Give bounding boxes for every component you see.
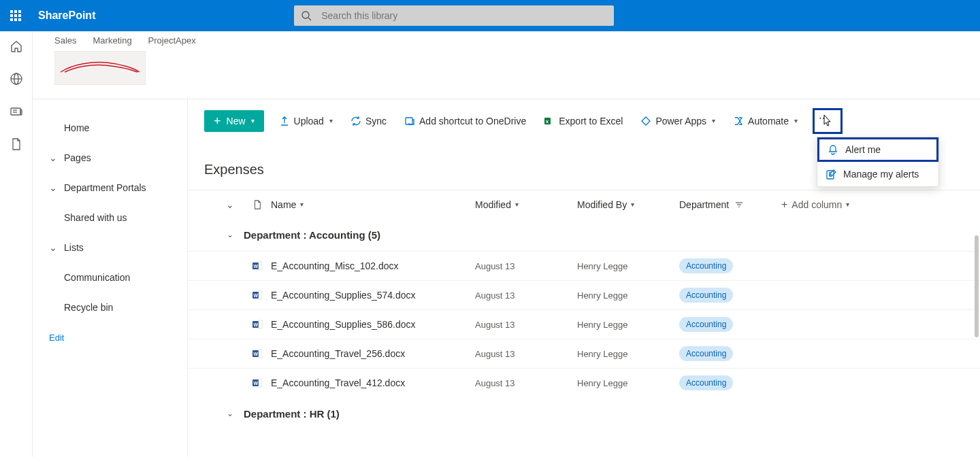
file-name-cell[interactable]: E_Accounting_Travel_256.docx — [271, 348, 475, 359]
manage-alerts-item[interactable]: Manage my alerts — [817, 162, 938, 186]
nav-communication[interactable]: Communication — [33, 263, 187, 292]
plus-icon: + — [214, 115, 221, 127]
hub-link-projectapex[interactable]: ProjectApex — [148, 35, 196, 46]
new-button[interactable]: + New ▾ — [204, 110, 264, 132]
upload-button[interactable]: Upload ▾ — [276, 110, 336, 132]
modifiedby-cell[interactable]: Henry Legge — [577, 261, 679, 271]
alert-me-label: Alert me — [845, 144, 881, 155]
file-row[interactable]: WE_Accounting_Travel_412.docxAugust 13He… — [188, 368, 980, 397]
name-column-header[interactable]: Name▾ — [271, 199, 475, 210]
modified-cell: August 13 — [475, 290, 577, 301]
hub-link-marketing[interactable]: Marketing — [93, 35, 132, 46]
sync-button[interactable]: Sync — [348, 110, 389, 132]
alert-me-item[interactable]: Alert me — [817, 137, 938, 162]
nav-dept-label: Department Portals — [64, 182, 146, 193]
add-column-button[interactable]: +Add column▾ — [781, 199, 849, 211]
nav-edit-link[interactable]: Edit — [33, 322, 187, 352]
automate-button[interactable]: Automate ▾ — [730, 110, 800, 132]
filter-icon — [734, 200, 744, 209]
chevron-down-icon: ▾ — [251, 117, 255, 124]
word-doc-icon: W — [252, 319, 263, 330]
modifiedby-cell[interactable]: Henry Legge — [577, 290, 679, 301]
suite-bar: SharePoint — [0, 0, 980, 31]
nav-recycle-label: Recycle bin — [64, 302, 113, 313]
search-icon — [301, 10, 312, 21]
modified-column-header[interactable]: Modified▾ — [475, 199, 577, 210]
nav-comm-label: Communication — [64, 272, 130, 283]
hub-link-sales[interactable]: Sales — [54, 35, 77, 46]
power-apps-button[interactable]: Power Apps ▾ — [638, 110, 718, 132]
file-row[interactable]: WE_Accounting_Supplies_586.docxAugust 13… — [188, 309, 980, 339]
word-doc-icon: W — [252, 377, 263, 388]
file-name-cell[interactable]: E_Accounting_Supplies_574.docx — [271, 290, 475, 301]
file-name-cell[interactable]: E_Accounting_Supplies_586.docx — [271, 319, 475, 330]
search-input[interactable] — [321, 10, 607, 21]
excel-icon: x — [544, 116, 555, 126]
export-label: Export to Excel — [559, 116, 623, 126]
nav-pages[interactable]: ⌄Pages — [33, 143, 187, 173]
svg-rect-23 — [259, 320, 262, 328]
shortcut-label: Add shortcut to OneDrive — [419, 116, 526, 126]
file-type-cell: W — [244, 290, 271, 301]
word-doc-icon: W — [252, 260, 263, 271]
sync-icon — [350, 116, 361, 126]
powerapps-label: Power Apps — [655, 116, 706, 126]
department-pill: Accounting — [679, 288, 733, 303]
nav-home[interactable]: Home — [33, 113, 187, 143]
files-icon[interactable] — [10, 137, 23, 151]
plus-icon: + — [781, 199, 787, 211]
nav-lists[interactable]: ⌄Lists — [33, 233, 187, 263]
site-logo[interactable] — [54, 51, 146, 85]
svg-text:W: W — [254, 322, 259, 327]
modifiedby-column-header[interactable]: Modified By▾ — [577, 199, 679, 210]
department-cell: Accounting — [679, 317, 781, 332]
file-row[interactable]: WE_Accounting_Misc_102.docxAugust 13Henr… — [188, 251, 980, 280]
group-label: Department : HR (1) — [244, 408, 340, 420]
group-header[interactable]: ⌄ Department : Accounting (5) — [188, 218, 980, 251]
export-excel-button[interactable]: x Export to Excel — [541, 110, 625, 132]
sync-label: Sync — [365, 116, 387, 126]
word-doc-icon: W — [252, 290, 263, 301]
chevron-down-icon: ⌄ — [49, 152, 57, 163]
new-button-label: New — [227, 116, 246, 126]
type-column-header[interactable] — [244, 200, 271, 209]
search-box[interactable] — [294, 5, 614, 26]
app-name[interactable]: SharePoint — [38, 10, 95, 22]
modifiedby-cell[interactable]: Henry Legge — [577, 320, 679, 330]
manage-alerts-icon — [826, 169, 836, 180]
car-logo-icon — [59, 60, 141, 76]
nav-recycle-bin[interactable]: Recycle bin — [33, 292, 187, 322]
word-doc-icon: W — [252, 348, 263, 359]
file-name-cell[interactable]: E_Accounting_Misc_102.docx — [271, 260, 475, 271]
file-row[interactable]: WE_Accounting_Travel_256.docxAugust 13He… — [188, 339, 980, 368]
chevron-down-icon: ▾ — [846, 201, 849, 208]
file-name-cell[interactable]: E_Accounting_Travel_412.docx — [271, 377, 475, 388]
chevron-down-icon: ▾ — [794, 117, 798, 124]
svg-rect-26 — [259, 350, 262, 358]
file-row[interactable]: WE_Accounting_Supplies_574.docxAugust 13… — [188, 280, 980, 309]
group-label: Department : Accounting (5) — [244, 229, 380, 241]
modified-cell: August 13 — [475, 261, 577, 271]
home-icon[interactable] — [10, 39, 23, 53]
modifiedby-cell[interactable]: Henry Legge — [577, 378, 679, 388]
chevron-down-icon: ▾ — [712, 117, 715, 124]
modifiedby-cell[interactable]: Henry Legge — [577, 349, 679, 359]
app-launcher-button[interactable] — [0, 0, 31, 31]
add-shortcut-button[interactable]: Add shortcut to OneDrive — [402, 110, 529, 132]
search-wrap — [95, 5, 813, 26]
file-type-cell: W — [244, 377, 271, 388]
left-nav: Home ⌄Pages ⌄Department Portals Shared w… — [33, 99, 188, 457]
svg-text:W: W — [254, 264, 259, 269]
department-column-header[interactable]: Department — [679, 199, 781, 210]
nav-shared-with-us[interactable]: Shared with us — [33, 203, 187, 233]
more-commands-button[interactable]: ⋯ — [813, 108, 843, 134]
globe-icon[interactable] — [10, 72, 23, 86]
scrollbar[interactable] — [975, 235, 979, 337]
nav-department-portals[interactable]: ⌄Department Portals — [33, 173, 187, 203]
cursor-icon — [821, 114, 834, 129]
news-icon[interactable] — [10, 105, 23, 118]
modified-cell: August 13 — [475, 320, 577, 330]
group-collapse-header[interactable]: ⌄ — [216, 199, 244, 210]
chevron-down-icon: ⌄ — [216, 409, 244, 418]
group-header[interactable]: ⌄ Department : HR (1) — [188, 397, 980, 430]
